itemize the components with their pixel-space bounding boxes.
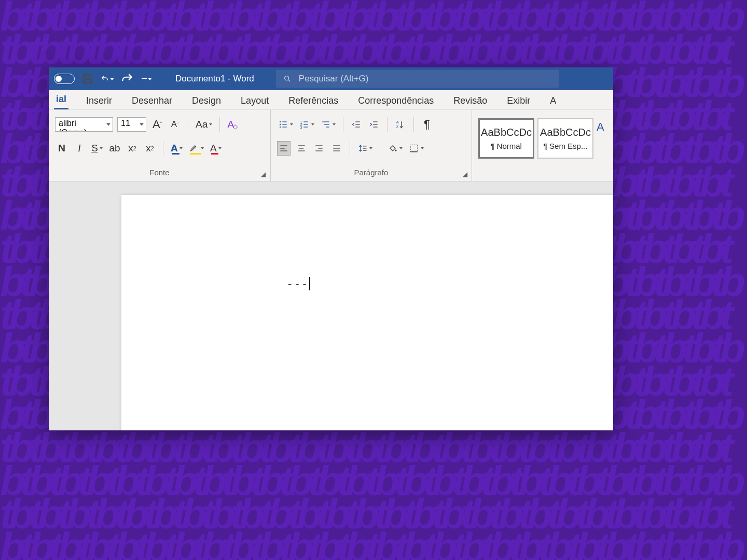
document-page[interactable]: --- [121, 195, 613, 430]
font-group: alibri (Corpo) 11 Aˆ Aˇ Aa A◇ N [49, 110, 271, 181]
pilcrow-icon: ¶ [491, 142, 495, 150]
search-box[interactable]: Pesquisar (Alt+G) [276, 70, 559, 88]
align-center-button[interactable] [295, 141, 308, 156]
document-text-content[interactable]: --- [286, 277, 310, 290]
shrink-font-button[interactable]: Aˇ [168, 117, 182, 132]
text-effects-button[interactable]: A [170, 141, 184, 156]
numbering-icon: 123 [299, 119, 310, 130]
svg-line-4 [288, 80, 290, 81]
svg-rect-1 [85, 74, 90, 77]
borders-icon [409, 143, 419, 153]
sort-icon: AZ [395, 119, 406, 130]
align-left-icon [279, 143, 289, 153]
justify-button[interactable] [330, 141, 343, 156]
tab-design[interactable]: Design [190, 92, 223, 109]
line-spacing-icon [357, 143, 368, 153]
align-center-icon [296, 143, 307, 153]
font-name-combo[interactable]: alibri (Corpo) [55, 117, 113, 132]
tab-layout[interactable]: Layout [239, 92, 271, 109]
bullets-button[interactable] [277, 117, 294, 132]
underline-button[interactable]: S [90, 141, 104, 156]
redo-icon[interactable] [120, 72, 134, 86]
line-spacing-button[interactable] [356, 141, 374, 156]
style-label: Sem Esp... [549, 142, 587, 150]
clear-formatting-button[interactable]: A◇ [226, 117, 240, 132]
title-bar: Documento1 - Word Pesquisar (Alt+G) [49, 67, 613, 90]
font-color-button[interactable]: A [209, 141, 223, 156]
grow-font-button[interactable]: Aˆ [150, 117, 164, 132]
style-preview: AaBbCcDc [481, 127, 532, 138]
svg-point-45 [395, 150, 396, 151]
highlighter-icon [189, 143, 199, 153]
borders-button[interactable] [408, 141, 425, 156]
undo-icon[interactable] [101, 72, 114, 86]
svg-rect-2 [85, 79, 91, 83]
styles-group: AaBbCcDc ¶Normal AaBbCcDc ¶Sem Esp... A [472, 110, 613, 181]
highlight-button[interactable] [188, 141, 205, 156]
show-marks-button[interactable]: ¶ [420, 117, 434, 132]
sort-button[interactable]: AZ [394, 117, 407, 132]
style-preview: AaBbCcDc [540, 127, 591, 138]
strikethrough-button[interactable]: ab [108, 141, 121, 156]
font-group-label: Fonte [55, 168, 264, 179]
typed-text: --- [286, 277, 309, 290]
tab-active-partial[interactable]: ial [54, 91, 68, 109]
autosave-toggle[interactable] [54, 74, 75, 84]
outdent-icon [351, 119, 362, 130]
italic-button[interactable]: I [73, 141, 86, 156]
bullets-icon [278, 119, 288, 130]
svg-text:3: 3 [300, 125, 302, 129]
document-title: Documento1 - Word [175, 74, 254, 84]
svg-point-5 [280, 121, 281, 123]
numbering-button[interactable]: 123 [298, 117, 315, 132]
tab-referencias[interactable]: Referências [286, 92, 340, 109]
svg-text:Z: Z [396, 124, 398, 129]
svg-point-7 [280, 124, 281, 125]
increase-indent-button[interactable] [367, 117, 381, 132]
bold-button[interactable]: N [55, 141, 68, 156]
font-dialog-launcher[interactable]: ◢ [260, 171, 267, 178]
superscript-button[interactable]: x2 [143, 141, 157, 156]
search-icon [283, 75, 292, 83]
align-right-icon [314, 143, 324, 153]
paragraph-group-label: Parágrafo [277, 168, 465, 179]
subscript-button[interactable]: x2 [126, 141, 139, 156]
tab-partial-last[interactable]: A [548, 92, 558, 109]
tab-exibir[interactable]: Exibir [505, 92, 532, 109]
decrease-indent-button[interactable] [350, 117, 363, 132]
font-size-value: 11 [121, 119, 130, 128]
align-right-button[interactable] [312, 141, 326, 156]
multilevel-icon [321, 119, 331, 130]
tab-inserir[interactable]: Inserir [84, 92, 114, 109]
paint-bucket-icon [388, 143, 398, 153]
customize-qat-icon[interactable] [140, 72, 154, 86]
text-cursor [309, 277, 310, 290]
tab-correspondencias[interactable]: Correspondências [356, 92, 436, 109]
font-name-value: alibri (Corpo) [59, 119, 87, 132]
search-placeholder: Pesquisar (Alt+G) [299, 74, 369, 84]
tab-revisao[interactable]: Revisão [451, 92, 489, 109]
paragraph-dialog-launcher[interactable]: ◢ [461, 171, 468, 178]
svg-rect-46 [410, 145, 417, 151]
svg-point-3 [284, 76, 288, 80]
shading-button[interactable] [386, 141, 404, 156]
ribbon-tabs: ial Inserir Desenhar Design Layout Refer… [49, 90, 613, 110]
change-case-button[interactable]: Aa [195, 117, 213, 132]
svg-point-9 [280, 127, 281, 128]
document-workarea: --- [49, 181, 613, 430]
indent-icon [369, 119, 379, 130]
paragraph-group: 123 AZ [271, 110, 472, 181]
multilevel-list-button[interactable] [320, 117, 337, 132]
pilcrow-icon: ¶ [544, 142, 548, 150]
justify-icon [331, 143, 342, 153]
style-label: Normal [497, 142, 522, 150]
word-window: Documento1 - Word Pesquisar (Alt+G) ial … [49, 67, 613, 430]
tab-desenhar[interactable]: Desenhar [130, 92, 174, 109]
style-partial-preview: A [597, 120, 604, 133]
font-size-combo[interactable]: 11 [117, 117, 146, 132]
ribbon: alibri (Corpo) 11 Aˆ Aˇ Aa A◇ N [49, 110, 613, 181]
align-left-button[interactable] [277, 141, 290, 156]
style-sem-espacamento[interactable]: AaBbCcDc ¶Sem Esp... [537, 118, 593, 159]
style-normal[interactable]: AaBbCcDc ¶Normal [478, 118, 534, 159]
save-icon[interactable] [81, 72, 94, 86]
